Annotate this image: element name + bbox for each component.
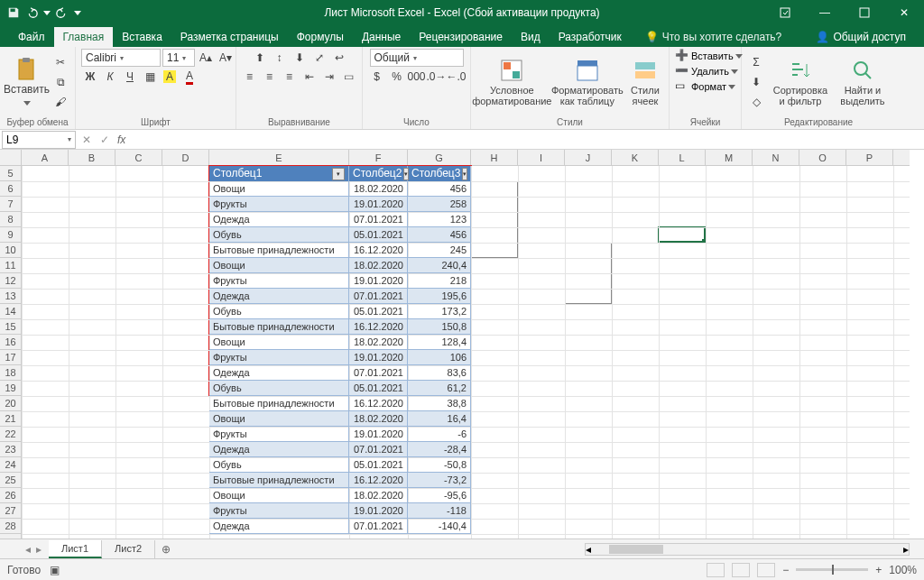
accounting-icon[interactable]: $ xyxy=(368,68,386,86)
decrease-decimal-icon[interactable]: ←.0 xyxy=(448,68,466,86)
fx-icon[interactable]: fx xyxy=(114,133,129,146)
scroll-thumb[interactable] xyxy=(609,545,663,554)
table-icon xyxy=(575,58,600,83)
align-middle-icon[interactable]: ↕ xyxy=(271,49,289,67)
orientation-icon[interactable]: ⤢ xyxy=(310,49,328,67)
underline-icon[interactable]: Ч xyxy=(121,68,139,86)
clear-icon[interactable]: ◇ xyxy=(747,93,765,111)
page-break-view-icon[interactable] xyxy=(757,563,775,577)
chevron-left-icon[interactable]: ◂ xyxy=(25,543,31,556)
cut-icon[interactable]: ✂ xyxy=(51,53,69,71)
fill-icon[interactable]: ⬇ xyxy=(747,73,765,91)
qat-customize-icon[interactable] xyxy=(74,11,81,15)
maximize-icon[interactable] xyxy=(845,0,884,25)
decrease-font-icon[interactable]: A▾ xyxy=(217,49,235,67)
tab-developer[interactable]: Разработчик xyxy=(550,27,631,47)
align-left-icon[interactable]: ≡ xyxy=(241,68,259,86)
increase-decimal-icon[interactable]: .0→ xyxy=(428,68,446,86)
zoom-in-icon[interactable]: + xyxy=(875,564,882,576)
fill-color-icon[interactable]: A xyxy=(161,68,179,86)
cell-styles-button[interactable]: Стили ячеек xyxy=(627,56,663,108)
chevron-right-icon[interactable]: ▸ xyxy=(36,543,42,556)
align-center-icon[interactable]: ≡ xyxy=(261,68,279,86)
tab-formulas[interactable]: Формулы xyxy=(288,27,353,47)
wrap-text-icon[interactable]: ↩ xyxy=(330,49,348,67)
insert-cells-button[interactable]: ➕Вставить xyxy=(675,49,743,63)
undo-icon[interactable] xyxy=(25,6,38,19)
paste-button[interactable]: Вставить xyxy=(5,55,48,108)
sheet-tab[interactable]: Лист2 xyxy=(102,540,155,558)
filter-button[interactable]: ▾ xyxy=(462,168,467,180)
font-color-icon[interactable]: A xyxy=(180,68,199,86)
scroll-left-icon[interactable]: ◂ xyxy=(586,543,591,556)
column-headers[interactable]: ABCDEFGHIJKLMNOP xyxy=(22,150,910,166)
add-sheet-button[interactable]: ⊕ xyxy=(155,543,177,556)
row-headers[interactable]: 5678910111213141516171819202122232425262… xyxy=(0,166,22,544)
sheet-tab[interactable]: Лист1 xyxy=(49,540,102,558)
cells-area[interactable]: Столбец1▾Столбец2▾Столбец3▾Овощи18.02.20… xyxy=(22,166,910,544)
percent-icon[interactable]: % xyxy=(388,68,406,86)
tab-layout[interactable]: Разметка страницы xyxy=(171,27,288,47)
macro-record-icon[interactable]: ▣ xyxy=(50,564,60,576)
align-right-icon[interactable]: ≡ xyxy=(281,68,299,86)
conditional-formatting-button[interactable]: Условное форматирование xyxy=(476,56,548,108)
redo-icon[interactable] xyxy=(56,6,69,19)
bold-icon[interactable]: Ж xyxy=(81,68,99,86)
format-cells-button[interactable]: ▭Формат xyxy=(675,79,735,94)
title-bar: Лист Microsoft Excel - Excel (Сбой актив… xyxy=(0,0,924,25)
tab-insert[interactable]: Вставка xyxy=(113,27,171,47)
zoom-out-icon[interactable]: − xyxy=(782,564,789,576)
copy-icon[interactable]: ⧉ xyxy=(51,73,69,91)
border-icon[interactable]: ▦ xyxy=(141,68,159,86)
scroll-right-icon[interactable]: ▸ xyxy=(903,543,909,556)
select-all-corner[interactable] xyxy=(0,150,22,166)
sheet-nav[interactable]: ◂▸ xyxy=(18,543,49,556)
filter-button[interactable]: ▾ xyxy=(332,168,345,180)
save-icon[interactable] xyxy=(7,6,20,19)
autosum-icon[interactable]: Σ xyxy=(747,53,765,71)
normal-view-icon[interactable] xyxy=(707,563,725,577)
name-box[interactable]: L9▾ xyxy=(2,131,76,149)
tab-data[interactable]: Данные xyxy=(353,27,410,47)
zoom-level[interactable]: 100% xyxy=(889,564,917,576)
minimize-icon[interactable]: — xyxy=(805,0,845,25)
cancel-icon[interactable]: ✕ xyxy=(78,133,96,146)
increase-font-icon[interactable]: A▴ xyxy=(197,49,215,67)
tab-view[interactable]: Вид xyxy=(512,27,550,47)
undo-dropdown-icon[interactable] xyxy=(43,11,51,15)
comma-icon[interactable]: 000 xyxy=(408,68,426,86)
font-size-combo[interactable]: 11▾ xyxy=(162,49,195,67)
tab-home[interactable]: Главная xyxy=(54,27,114,47)
share-button[interactable]: 👤Общий доступ xyxy=(808,27,913,47)
number-format-combo[interactable]: Общий▾ xyxy=(370,49,464,67)
align-bottom-icon[interactable]: ⬇ xyxy=(291,49,309,67)
svg-rect-6 xyxy=(504,62,511,69)
italic-icon[interactable]: К xyxy=(101,68,119,86)
sort-filter-button[interactable]: Сортировка и фильтр xyxy=(769,56,832,108)
ghost-selection xyxy=(471,181,518,258)
font-name-combo[interactable]: Calibri▾ xyxy=(81,49,161,67)
increase-indent-icon[interactable]: ⇥ xyxy=(320,68,338,86)
ribbon-options-icon[interactable] xyxy=(765,0,805,25)
close-icon[interactable]: ✕ xyxy=(884,0,924,25)
enter-icon[interactable]: ✓ xyxy=(96,133,114,146)
data-table[interactable]: Столбец1▾Столбец2▾Столбец3▾Овощи18.02.20… xyxy=(209,166,471,534)
merge-icon[interactable]: ▭ xyxy=(340,68,358,86)
svg-rect-10 xyxy=(635,62,655,69)
zoom-slider[interactable] xyxy=(796,568,868,571)
tell-me[interactable]: 💡Что вы хотите сделать? xyxy=(636,27,791,47)
tab-review[interactable]: Рецензирование xyxy=(410,27,512,47)
svg-rect-7 xyxy=(513,71,520,78)
align-top-icon[interactable]: ⬆ xyxy=(251,49,269,67)
sort-icon xyxy=(788,58,813,83)
decrease-indent-icon[interactable]: ⇤ xyxy=(300,68,319,86)
find-select-button[interactable]: Найти и выделить xyxy=(836,56,890,108)
page-layout-view-icon[interactable] xyxy=(732,563,750,577)
clipboard-icon xyxy=(14,57,40,82)
tab-file[interactable]: Файл xyxy=(9,27,54,47)
delete-cells-button[interactable]: ➖Удалить xyxy=(675,64,738,78)
format-as-table-button[interactable]: Форматировать как таблицу xyxy=(551,56,624,108)
format-painter-icon[interactable]: 🖌 xyxy=(51,93,69,111)
horizontal-scrollbar[interactable]: ◂▸ xyxy=(585,543,910,556)
formula-input[interactable] xyxy=(129,131,924,149)
